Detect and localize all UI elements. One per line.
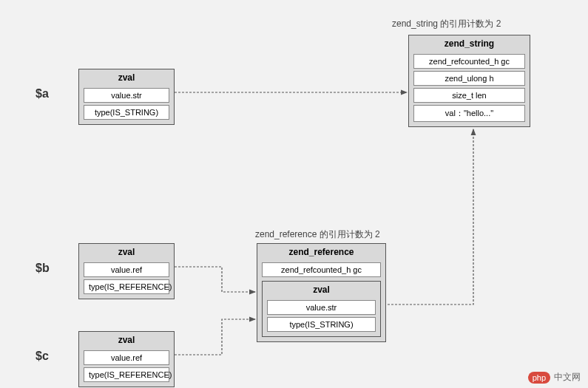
- var-a-label: $a: [36, 87, 49, 101]
- inner-zval-title: zval: [263, 282, 380, 298]
- zend-string-gc: zend_refcounted_h gc: [413, 54, 525, 69]
- zval-c-type: type(IS_REFERENCE): [84, 367, 169, 382]
- zval-a-value: value.str: [84, 88, 169, 103]
- zend-reference-title: zend_reference: [257, 244, 385, 260]
- zend-string-val: val："hello...": [413, 105, 525, 122]
- zend-string-h: zend_ulong h: [413, 71, 525, 86]
- zend-string-title: zend_string: [409, 35, 530, 52]
- zend-string-box: zend_string zend_refcounted_h gc zend_ul…: [408, 35, 530, 127]
- zval-c-value: value.ref: [84, 350, 169, 365]
- zval-b-title: zval: [79, 244, 174, 260]
- zval-a-type: type(IS_STRING): [84, 105, 169, 120]
- watermark-text: 中文网: [554, 371, 581, 384]
- zend-reference-gc: zend_refcounted_h gc: [262, 262, 381, 277]
- inner-zval-value: value.str: [267, 300, 376, 315]
- var-b-label: $b: [36, 262, 50, 275]
- zval-a-title: zval: [79, 69, 174, 86]
- watermark: php 中文网: [528, 371, 581, 384]
- zval-a-box: zval value.str type(IS_STRING): [78, 69, 175, 125]
- zend-string-len: size_t len: [413, 88, 525, 103]
- zval-c-title: zval: [79, 332, 174, 348]
- zval-b-value: value.ref: [84, 262, 169, 277]
- zend-reference-box: zend_reference zend_refcounted_h gc zval…: [257, 243, 386, 342]
- zval-b-box: zval value.ref type(IS_REFERENCE): [78, 243, 175, 299]
- watermark-logo: php: [528, 372, 550, 384]
- var-c-label: $c: [36, 350, 49, 363]
- zval-c-box: zval value.ref type(IS_REFERENCE): [78, 331, 175, 387]
- annotation-zend-reference: zend_reference 的引用计数为 2: [255, 228, 380, 241]
- zval-b-type: type(IS_REFERENCE): [84, 279, 169, 294]
- inner-zval-type: type(IS_STRING): [267, 317, 376, 332]
- zend-reference-inner-zval: zval value.str type(IS_STRING): [262, 281, 381, 337]
- annotation-zend-string: zend_string 的引用计数为 2: [392, 18, 501, 30]
